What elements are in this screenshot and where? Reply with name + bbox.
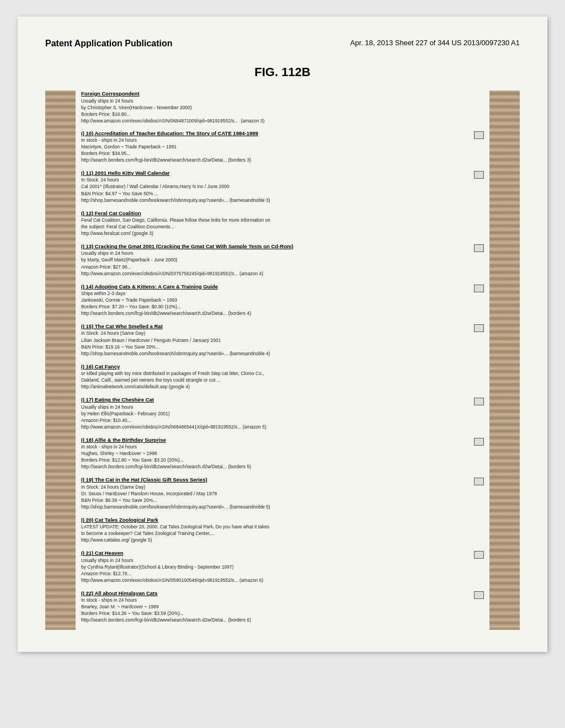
entry-12-detail-2: http://www.feralcat.com/ (google 3): [81, 231, 484, 237]
entry-13-checkbox[interactable]: [474, 244, 484, 252]
entry-15-detail-1: Lilian Jackson Braun / Hardcover / Pengu…: [81, 338, 471, 344]
entry-17-detail-0: Usually ships in 24 hours: [81, 404, 471, 410]
entry-13-title: I) 13) Cracking the Gmat 2001 (Cracking …: [81, 243, 471, 250]
content-area: Foreign Correspondent Usually ships in 2…: [45, 90, 520, 630]
entry-17-detail-1: by Helen Ellis(Paperback - February 2001…: [81, 411, 471, 417]
entry-21-detail-1: by Cynthia Rylant(Illustrator)(School & …: [81, 564, 471, 570]
entry-12-title: I) 12) Feral Cat Coalition: [81, 210, 484, 217]
entry-18: I) 18) Alfie & the Birthday SurpriseIn s…: [81, 437, 484, 470]
entry-22-text: I) 22) All about Himalayan CatsIn stock …: [81, 590, 471, 624]
entry-19-checkbox[interactable]: [474, 478, 484, 485]
entry-17-checkbox[interactable]: [474, 398, 484, 405]
entry-12-detail-0: Feral Cat Coalition, San Diego, Californ…: [81, 217, 484, 223]
entry-15-checkbox[interactable]: [474, 324, 484, 332]
entry-17-detail-2: Amazon Price: $10.40...: [81, 417, 471, 424]
entry-14: I) 14) Adopting Cats & Kittens: A Care &…: [81, 283, 484, 317]
entry-10-detail-3: http://search.borders.com/fcgi-bin/db2ww…: [81, 157, 471, 163]
patent-label: Patent Application Publication: [45, 39, 173, 49]
entry-11-text: I) 11) 2001 Hello Kitty Wall CalendarIn …: [81, 170, 471, 204]
entry-14-detail-2: Borders Price: $7.20 ~ You Save: $0.80 (…: [81, 304, 471, 310]
entry-16-detail-1: Oakland, Calif., warned pet owners the t…: [81, 377, 484, 383]
entry-22-detail-1: Bearley, Joan M. ~ Hardcover ~ 1989: [81, 604, 471, 610]
entry-19-detail-1: Dr. Seuss / Hardcover / Random House, In…: [81, 491, 471, 497]
entry-20-detail-1: to become a zookeeper? Cat Tales Zoologi…: [81, 531, 484, 537]
entries-list: I) 10) Accreditation of Teacher Educatio…: [81, 130, 484, 624]
entry-13-text: I) 13) Cracking the Gmat 2001 (Cracking …: [81, 243, 471, 277]
entry-22-detail-2: Borders Price: $14.36 ~ You Save: $3.59 …: [81, 611, 471, 617]
entry-11-detail-2: B&N Price: $4.97 ~ You Save 50% ...: [81, 191, 471, 197]
entry-20-detail-0: LATEST UPDATE: October 20, 2000. Cat Tal…: [81, 524, 484, 530]
entry-14-title: I) 14) Adopting Cats & Kittens: A Care &…: [81, 283, 471, 290]
entry-11-detail-0: In Stock: 24 hours: [81, 177, 471, 183]
entry-16-text: I) 16) Cat Fancyor killed playing with t…: [81, 363, 484, 390]
entry-10: I) 10) Accreditation of Teacher Educatio…: [81, 130, 484, 164]
entry-21-checkbox[interactable]: [474, 551, 484, 559]
patent-info: Apr. 18, 2013 Sheet 227 of 344 US 2013/0…: [350, 39, 520, 47]
entry-22: I) 22) All about Himalayan CatsIn stock …: [81, 590, 484, 624]
page: Patent Application Publication Apr. 18, …: [18, 17, 547, 652]
entry-11-checkbox[interactable]: [474, 171, 484, 179]
entry-10-detail-2: Borders Price: $34.95...: [81, 151, 471, 157]
entry-18-checkbox[interactable]: [474, 438, 484, 446]
entry-21-title: I) 21) Cat Heaven: [81, 550, 471, 556]
entry-13-detail-3: http://www.amazon.com/exec/obidos/ASIN/0…: [81, 271, 471, 277]
entry-19-text: I) 19) The Cat in the Hat (Classic Gift …: [81, 477, 471, 510]
entry-16-detail-0: or killed playing with toy mice distribu…: [81, 371, 484, 377]
entry-20: I) 20) Cat Tales Zoological ParkLATEST U…: [81, 517, 484, 543]
left-side-image: [45, 90, 76, 630]
right-side-image: [489, 90, 520, 630]
entry-top-detail-2: Borders Price: $16.80...: [81, 111, 484, 117]
entry-18-text: I) 18) Alfie & the Birthday SurpriseIn s…: [81, 437, 471, 470]
entry-14-text: I) 14) Adopting Cats & Kittens: A Care &…: [81, 283, 471, 317]
entry-15-detail-0: In Stock: 24 hours (Same Day): [81, 330, 471, 336]
entry-13-detail-1: by Marty, Geoff Martz(Paperback - June 2…: [81, 257, 471, 263]
entry-13-detail-0: Usually ships in 24 hours: [81, 250, 471, 256]
entry-19: I) 19) The Cat in the Hat (Classic Gift …: [81, 477, 484, 510]
figure-title: FIG. 112B: [45, 65, 520, 79]
entry-11: I) 11) 2001 Hello Kitty Wall CalendarIn …: [81, 170, 484, 204]
entry-17: I) 17) Eating the Cheshire CatUsually sh…: [81, 397, 484, 430]
entry-top-detail-0: Usually ships in 24 hours: [81, 98, 484, 104]
entry-18-title: I) 18) Alfie & the Birthday Surprise: [81, 437, 471, 443]
entry-17-title: I) 17) Eating the Cheshire Cat: [81, 397, 471, 403]
entry-19-detail-3: http://shop.barnesandnoble.com/booksearc…: [81, 504, 471, 510]
entry-21-text: I) 21) Cat HeavenUsually ships in 24 hou…: [81, 550, 471, 584]
entry-15-text: I) 15) The Cat Who Smelled a RatIn Stock…: [81, 323, 471, 357]
entry-11-detail-3: http://shop.barnesandnoble.com/booksearc…: [81, 197, 471, 204]
entry-16-detail-2: http://animalnetwork.com/cats/default.as…: [81, 384, 484, 390]
entry-20-title: I) 20) Cat Tales Zoological Park: [81, 517, 484, 523]
main-content: Foreign Correspondent Usually ships in 2…: [81, 90, 484, 630]
entry-10-detail-0: In stock - ships in 24 hours: [81, 137, 471, 143]
entry-15-title: I) 15) The Cat Who Smelled a Rat: [81, 323, 471, 330]
entry-top-detail-1: by Christopher S. Viren(Hardcover - Nove…: [81, 105, 484, 111]
entry-22-detail-0: In stock - ships in 24 hours: [81, 597, 471, 603]
entry-17-text: I) 17) Eating the Cheshire CatUsually sh…: [81, 397, 471, 430]
entry-15-detail-3: http://shop.barnesandnoble.com/booksearc…: [81, 351, 471, 357]
entry-11-title: I) 11) 2001 Hello Kitty Wall Calendar: [81, 170, 471, 176]
entry-19-title: I) 19) The Cat in the Hat (Classic Gift …: [81, 477, 471, 483]
entry-14-detail-1: Jankowski, Connie ~ Trade Paperback ~ 19…: [81, 297, 471, 303]
entry-14-checkbox[interactable]: [474, 285, 484, 292]
entry-10-title: I) 10) Accreditation of Teacher Educatio…: [81, 130, 471, 137]
entry-14-detail-0: Ships within 2-3 days: [81, 291, 471, 297]
entry-18-detail-1: Hughes, Shirley ~ Hardcover ~ 1998: [81, 451, 471, 457]
entry-18-detail-3: http://search.borders.com/fcgi-bin/db2ww…: [81, 464, 471, 470]
page-header: Patent Application Publication Apr. 18, …: [45, 39, 520, 49]
entry-16-title: I) 16) Cat Fancy: [81, 363, 484, 370]
entry-16: I) 16) Cat Fancyor killed playing with t…: [81, 363, 484, 390]
entry-22-checkbox[interactable]: [474, 591, 484, 599]
entry-19-detail-2: B&N Price: $6.39 ~ You Save 20%...: [81, 497, 471, 504]
entry-10-checkbox[interactable]: [474, 131, 484, 139]
entry-21-detail-3: http://www.amazon.com/exec/obidos/ASIN/0…: [81, 577, 471, 584]
entry-18-detail-2: Borders Price: $12.80 ~ You Save: $3.20 …: [81, 457, 471, 463]
entry-13: I) 13) Cracking the Gmat 2001 (Cracking …: [81, 243, 484, 277]
entry-10-detail-1: Macintyre, Gordon ~ Trade Paperback ~ 19…: [81, 144, 471, 150]
entry-20-text: I) 20) Cat Tales Zoological ParkLATEST U…: [81, 517, 484, 543]
entry-22-detail-3: http://search.borders.com/fcgi-bin/db2ww…: [81, 617, 471, 623]
entry-11-detail-1: Cal 2001* (Illustrator) / Wall Calendar …: [81, 184, 471, 190]
entry-15: I) 15) The Cat Who Smelled a RatIn Stock…: [81, 323, 484, 357]
entry-21-detail-0: Usually ships in 24 hours: [81, 558, 471, 564]
entry-12-detail-1: the subject: Feral Cat Coalition Documen…: [81, 224, 484, 230]
entry-top-detail-3: http://www.amazon.com/exec/obidos/ASIN/0…: [81, 118, 484, 124]
entry-20-detail-2: http://www.cattales.org/ (google 5): [81, 537, 484, 543]
